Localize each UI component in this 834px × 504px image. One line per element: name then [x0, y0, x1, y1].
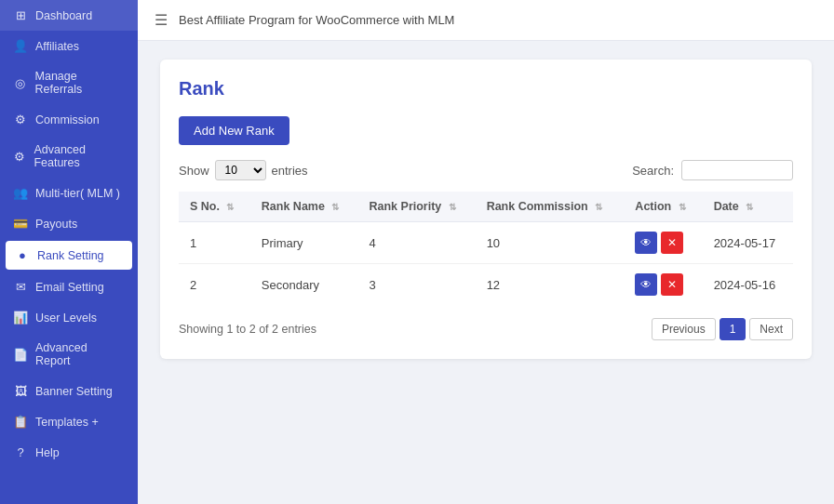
table-header: S No. ⇅ Rank Name ⇅ Rank Priority ⇅ Ra: [179, 192, 793, 222]
menu-toggle-icon[interactable]: ☰: [155, 11, 168, 29]
row1-rank-commission: 10: [476, 222, 625, 264]
sidebar-item-commission[interactable]: ⚙ Commission: [0, 104, 138, 135]
eye-icon: 👁: [640, 236, 652, 249]
sidebar-item-payouts[interactable]: 💳 Payouts: [0, 208, 138, 239]
pagination: Previous 1 Next: [652, 318, 793, 340]
sort-rank-priority-icon[interactable]: ⇅: [449, 202, 456, 212]
row2-rank-priority: 3: [358, 264, 476, 306]
show-label: Show: [179, 164, 209, 178]
manage-referrals-icon: ◎: [13, 76, 28, 90]
sidebar-item-label: Banner Setting: [35, 385, 113, 398]
payouts-icon: 💳: [13, 217, 28, 231]
next-page-button[interactable]: Next: [749, 318, 793, 340]
affiliates-icon: 👤: [13, 39, 28, 53]
col-date: Date ⇅: [703, 192, 793, 222]
email-setting-icon: ✉: [13, 280, 28, 294]
row2-sno: 2: [179, 264, 250, 306]
sidebar-item-label: Affiliates: [35, 40, 79, 53]
sort-sno-icon[interactable]: ⇅: [226, 202, 234, 212]
sidebar-item-multi-tier[interactable]: 👥 Multi-tier( MLM ): [0, 178, 138, 208]
entries-select[interactable]: 10 25 50 100: [215, 160, 266, 180]
search-area: Search:: [632, 160, 793, 180]
row1-rank-priority: 4: [358, 222, 476, 264]
sidebar-item-affiliates[interactable]: 👤 Affiliates: [0, 31, 138, 61]
col-rank-name: Rank Name ⇅: [250, 192, 358, 222]
row1-date: 2024-05-17: [703, 222, 793, 264]
dashboard-icon: ⊞: [13, 8, 28, 22]
page-title: Rank: [179, 78, 793, 99]
sidebar-item-label: Help: [35, 446, 60, 459]
sidebar-item-label: Manage Referrals: [35, 70, 125, 96]
table-body: 1 Primary 4 10 👁 ✕: [179, 222, 793, 306]
page-1-button[interactable]: 1: [720, 318, 747, 340]
search-label: Search:: [632, 164, 674, 178]
search-input[interactable]: [681, 160, 793, 180]
showing-text: Showing 1 to 2 of 2 entries: [179, 323, 316, 336]
row1-rank-name: Primary: [250, 222, 358, 264]
sort-date-icon[interactable]: ⇅: [746, 202, 753, 212]
sidebar-item-label: Multi-tier( MLM ): [35, 187, 120, 200]
row1-sno: 1: [179, 222, 250, 264]
view-button-row1[interactable]: 👁: [635, 232, 657, 254]
sidebar-item-label: Commission: [35, 113, 100, 126]
row2-rank-name: Secondary: [250, 264, 358, 306]
banner-setting-icon: 🖼: [13, 384, 28, 398]
advanced-features-icon: ⚙: [13, 150, 26, 164]
col-rank-commission: Rank Commission ⇅: [476, 192, 625, 222]
sidebar-item-user-levels[interactable]: 📊 User Levels: [0, 302, 138, 333]
sidebar-item-help[interactable]: ? Help: [0, 437, 138, 468]
rank-card: Rank Add New Rank Show 10 25 50 100 entr…: [160, 60, 812, 359]
table-row: 2 Secondary 3 12 👁 ✕: [179, 264, 793, 306]
sidebar-item-rank-setting[interactable]: ● Rank Setting: [6, 241, 132, 270]
main-content: ☰ Best Affiliate Program for WooCommerce…: [138, 0, 834, 504]
add-new-rank-button[interactable]: Add New Rank: [179, 116, 289, 145]
table-footer: Showing 1 to 2 of 2 entries Previous 1 N…: [179, 318, 793, 340]
sort-rank-name-icon[interactable]: ⇅: [331, 202, 339, 212]
templates-icon: 📋: [13, 415, 28, 429]
action-buttons: 👁 ✕: [635, 273, 691, 296]
sidebar-item-email-setting[interactable]: ✉ Email Setting: [0, 272, 138, 302]
eye-icon: 👁: [640, 278, 652, 291]
advanced-report-icon: 📄: [13, 348, 28, 362]
help-icon: ?: [13, 445, 28, 459]
sidebar-item-advanced-features[interactable]: ⚙ Advanced Features: [0, 135, 138, 178]
sort-action-icon[interactable]: ⇅: [679, 202, 686, 212]
sidebar-item-label: Rank Setting: [37, 249, 104, 262]
sidebar-item-label: User Levels: [35, 312, 97, 325]
delete-icon: ✕: [667, 278, 677, 291]
col-action: Action ⇅: [624, 192, 702, 222]
show-entries: Show 10 25 50 100 entries: [179, 160, 308, 180]
sort-rank-commission-icon[interactable]: ⇅: [595, 202, 602, 212]
table-controls: Show 10 25 50 100 entries Search:: [179, 160, 793, 180]
multi-tier-icon: 👥: [13, 186, 28, 200]
row2-action: 👁 ✕: [624, 264, 702, 306]
view-button-row2[interactable]: 👁: [635, 273, 657, 296]
sidebar-item-advanced-report[interactable]: 📄 Advanced Report: [0, 333, 138, 376]
commission-icon: ⚙: [13, 113, 28, 126]
delete-button-row2[interactable]: ✕: [661, 273, 683, 296]
rank-setting-icon: ●: [15, 248, 30, 262]
sidebar-item-dashboard[interactable]: ⊞ Dashboard: [0, 0, 138, 31]
user-levels-icon: 📊: [13, 311, 28, 325]
row1-action: 👁 ✕: [624, 222, 702, 264]
sidebar-item-templates[interactable]: 📋 Templates +: [0, 406, 138, 437]
sidebar-item-label: Advanced Features: [34, 143, 125, 169]
sidebar-item-label: Dashboard: [35, 9, 92, 22]
sidebar-item-label: Templates +: [35, 416, 99, 429]
col-sno: S No. ⇅: [179, 192, 250, 222]
row2-date: 2024-05-16: [703, 264, 793, 306]
sidebar-item-label: Advanced Report: [35, 341, 125, 367]
header: ☰ Best Affiliate Program for WooCommerce…: [138, 0, 834, 41]
prev-page-button[interactable]: Previous: [652, 318, 716, 340]
content-area: Rank Add New Rank Show 10 25 50 100 entr…: [138, 41, 834, 504]
action-buttons: 👁 ✕: [635, 232, 691, 254]
sidebar: ⊞ Dashboard 👤 Affiliates ◎ Manage Referr…: [0, 0, 138, 504]
delete-icon: ✕: [667, 236, 677, 249]
sidebar-item-banner-setting[interactable]: 🖼 Banner Setting: [0, 376, 138, 406]
sidebar-item-manage-referrals[interactable]: ◎ Manage Referrals: [0, 61, 138, 104]
header-title: Best Affiliate Program for WooCommerce w…: [179, 13, 454, 27]
rank-table: S No. ⇅ Rank Name ⇅ Rank Priority ⇅ Ra: [179, 192, 793, 305]
row2-rank-commission: 12: [476, 264, 625, 306]
delete-button-row1[interactable]: ✕: [661, 232, 683, 254]
col-rank-priority: Rank Priority ⇅: [358, 192, 476, 222]
